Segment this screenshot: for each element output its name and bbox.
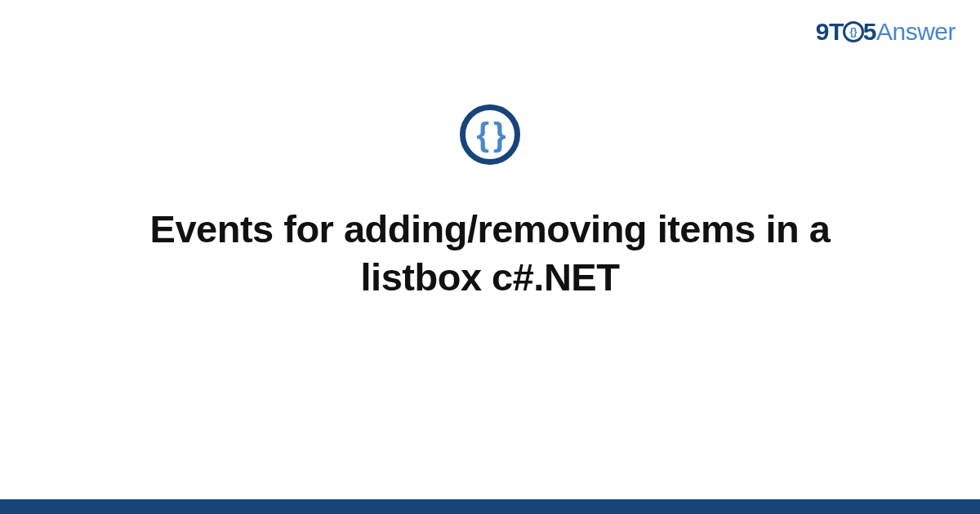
logo-ring-icon: {}: [844, 18, 863, 46]
logo-inner-braces: {}: [849, 26, 857, 37]
braces-glyph: { }: [476, 118, 503, 151]
logo-text-9t: 9T: [816, 18, 844, 45]
logo-text-5: 5: [863, 18, 876, 45]
footer-bar: [0, 499, 980, 514]
page-title: Events for adding/removing items in a li…: [98, 206, 882, 302]
hero-content: { } Events for adding/removing items in …: [0, 104, 980, 302]
code-braces-icon: { }: [460, 104, 520, 165]
site-logo: 9T{}5Answer: [816, 18, 956, 46]
logo-text-answer: Answer: [876, 18, 956, 45]
